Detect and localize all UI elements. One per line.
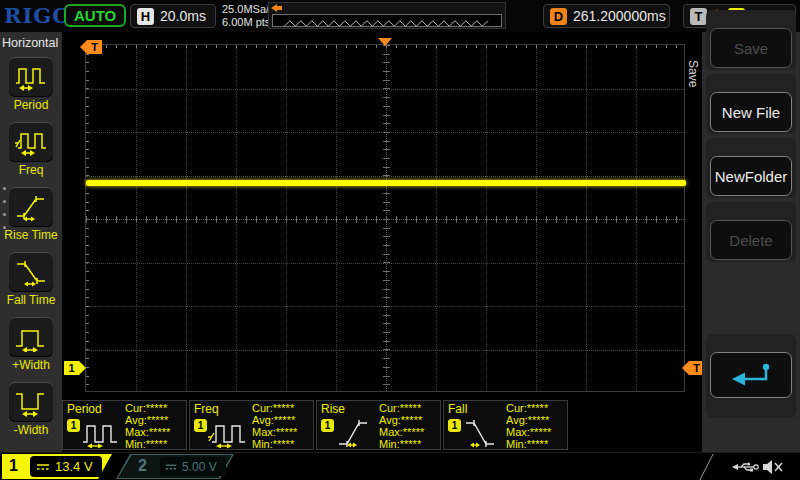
- acquisition-info: 25.0MSa/s 6.00M pts: [222, 3, 275, 29]
- softkey-new-file[interactable]: New File: [710, 92, 792, 132]
- menu-tab-save: Save: [686, 60, 700, 87]
- usb-icon: [731, 460, 759, 474]
- memory-position-marker-icon: [271, 4, 282, 12]
- measurement-values: Cur:***** Avg:***** Max:***** Min:*****: [252, 402, 297, 450]
- waveform-grid: [85, 44, 685, 392]
- rise-time-icon: [334, 416, 376, 448]
- scroll-indicator-dot: [3, 226, 6, 229]
- scroll-indicator-dot: [3, 200, 6, 203]
- trigger-position-triangle-icon[interactable]: [378, 38, 392, 46]
- menu-item-rise-time: Rise Time: [0, 187, 62, 242]
- channel2-number: 2: [138, 457, 147, 475]
- softkey-delete[interactable]: Delete: [710, 220, 792, 260]
- flag-arrow-icon: [682, 361, 689, 375]
- menu-item-fall-time: Fall Time: [0, 252, 62, 307]
- fall-time-icon: [14, 257, 48, 287]
- period-icon: [80, 416, 122, 448]
- measurement-box-period: Period 1 Cur:***** Avg:***** Max:***** M…: [62, 400, 187, 450]
- dc-coupling-icon: [164, 462, 178, 472]
- softkey-save[interactable]: Save: [710, 28, 792, 68]
- center-horizontal-ticks: [86, 216, 684, 223]
- dc-coupling-icon: [35, 462, 51, 472]
- measurement-channel-badge: 1: [321, 419, 334, 432]
- minus-width-button[interactable]: [9, 382, 53, 422]
- measurement-values: Cur:***** Avg:***** Max:***** Min:*****: [379, 402, 424, 450]
- channel2-scale: 5.00 V: [182, 460, 217, 474]
- channel2-status[interactable]: 2 5.00 V: [116, 454, 236, 479]
- menu-item-freq: Freq: [0, 122, 62, 177]
- fall-time-button[interactable]: [9, 252, 53, 292]
- plus-width-button[interactable]: [9, 317, 53, 357]
- measurement-channel-badge: 1: [67, 419, 80, 432]
- memory-waveform-preview: [268, 2, 506, 29]
- rise-time-button[interactable]: [9, 187, 53, 227]
- flag-arrow-icon: [80, 40, 87, 54]
- h-badge: H: [137, 8, 154, 25]
- left-menu-title: Horizontal: [2, 36, 58, 50]
- channel1-number: 1: [9, 457, 18, 475]
- t-badge: T: [690, 8, 707, 25]
- measurement-channel-badge: 1: [448, 419, 461, 432]
- sample-rate: 25.0MSa/s: [222, 3, 275, 16]
- softkey-new-folder[interactable]: NewFolder: [710, 156, 792, 196]
- flag-label: 1: [64, 361, 79, 375]
- top-status-bar: RIGOL AUTO H 20.0ms 25.0MSa/s 6.00M pts …: [0, 0, 800, 32]
- channel1-status[interactable]: 1 13.4 V: [2, 454, 114, 479]
- scroll-indicator-dot: [3, 213, 6, 216]
- delay-value: 261.200000ms: [573, 8, 666, 24]
- channel1-scale: 13.4 V: [55, 459, 93, 474]
- left-edge-ticks: [86, 45, 89, 391]
- measurement-name: Rise: [321, 402, 345, 416]
- freq-label: Freq: [0, 163, 62, 177]
- freq-icon: [207, 416, 249, 448]
- trigger-level-flag[interactable]: T: [682, 361, 704, 375]
- flag-label: T: [87, 40, 102, 54]
- measurement-values: Cur:***** Avg:***** Max:***** Min:*****: [506, 402, 551, 450]
- period-button[interactable]: [9, 57, 53, 97]
- measurement-name: Fall: [448, 402, 467, 416]
- menu-item-minus-width: -Width: [0, 382, 62, 437]
- menu-item-period: Period: [0, 57, 62, 112]
- period-icon: [14, 62, 48, 92]
- timebase-value: 20.0ms: [160, 8, 206, 24]
- measurement-channel-badge: 1: [194, 419, 207, 432]
- scroll-indicator-dot: [3, 187, 6, 190]
- channel2-scale-box: 5.00 V: [160, 457, 226, 476]
- bottom-bar-divider: [699, 454, 713, 480]
- delay-box: D 261.200000ms: [543, 4, 670, 28]
- return-arrow-icon: [728, 361, 774, 389]
- period-label: Period: [0, 98, 62, 112]
- freq-icon: [14, 127, 48, 157]
- d-badge: D: [550, 8, 567, 25]
- flag-arrow-icon: [79, 361, 86, 375]
- measurement-box-rise: Rise 1 Cur:***** Avg:***** Max:***** Min…: [316, 400, 441, 450]
- trigger-position-flag[interactable]: T: [80, 40, 102, 54]
- fall-time-icon: [461, 416, 503, 448]
- trigger-status-badge: AUTO: [64, 4, 126, 27]
- minus-width-label: -Width: [0, 423, 62, 437]
- memory-depth: 6.00M pts: [222, 16, 275, 29]
- bottom-status-bar: 1 13.4 V 2 5.00 V: [0, 452, 800, 480]
- channel1-ground-flag[interactable]: 1: [64, 361, 86, 375]
- rise-time-icon: [14, 192, 48, 222]
- freq-button[interactable]: [9, 122, 53, 162]
- measurement-box-fall: Fall 1 Cur:***** Avg:***** Max:***** Min…: [443, 400, 568, 450]
- measurement-name: Freq: [194, 402, 219, 416]
- rise-time-label: Rise Time: [0, 228, 62, 242]
- speaker-muted-icon: [761, 458, 785, 476]
- menu-item-plus-width: +Width: [0, 317, 62, 372]
- fall-time-label: Fall Time: [0, 293, 62, 307]
- preview-waveform-icon: [273, 18, 501, 29]
- measurement-name: Period: [67, 402, 102, 416]
- channel1-trace: [86, 180, 686, 186]
- minus-width-icon: [14, 387, 48, 417]
- plus-width-icon: [14, 322, 48, 352]
- measurement-box-freq: Freq 1 Cur:***** Avg:***** Max:***** Min…: [189, 400, 314, 450]
- measurement-values: Cur:***** Avg:***** Max:***** Min:*****: [125, 402, 170, 450]
- plus-width-label: +Width: [0, 358, 62, 372]
- back-button[interactable]: [710, 352, 792, 398]
- channel1-scale-box: 13.4 V: [30, 456, 102, 477]
- horizontal-scale-box: H 20.0ms: [130, 4, 216, 28]
- preview-wave-window: [272, 14, 502, 27]
- left-measure-menu: Horizontal Period Freq: [0, 32, 62, 452]
